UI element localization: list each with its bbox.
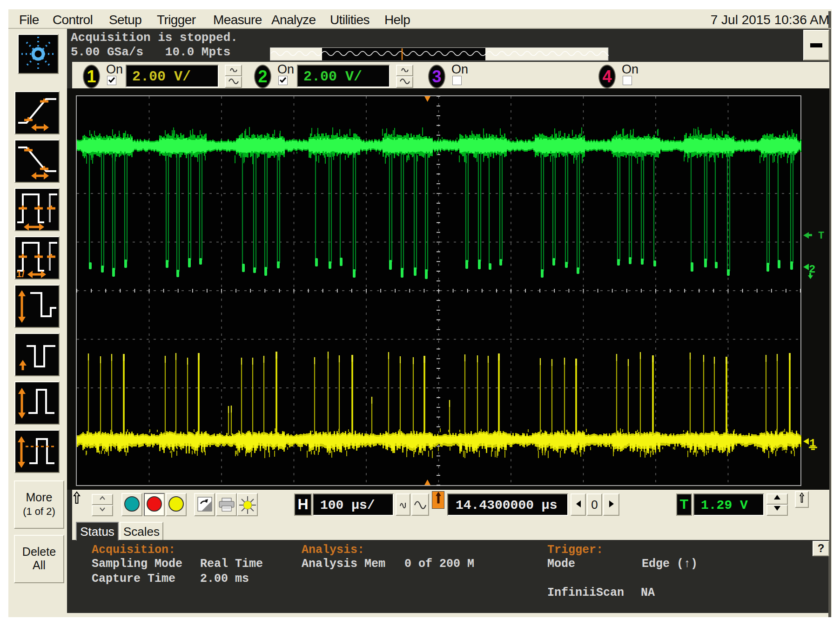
svg-text:T: T bbox=[818, 230, 824, 242]
